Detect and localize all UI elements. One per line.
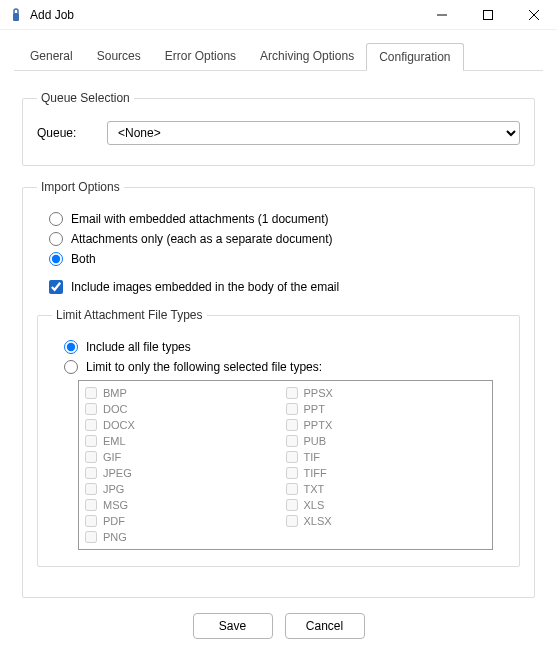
label-xlsx: XLSX: [304, 515, 332, 527]
cancel-button[interactable]: Cancel: [285, 613, 365, 639]
label-bmp: BMP: [103, 387, 127, 399]
import-options-group: Import Options Email with embedded attac…: [22, 180, 535, 598]
checkbox-gif[interactable]: [85, 451, 97, 463]
maximize-button[interactable]: [465, 0, 511, 30]
checkbox-jpg[interactable]: [85, 483, 97, 495]
queue-selection-group: Queue Selection Queue: <None>: [22, 91, 535, 166]
label-jpeg: JPEG: [103, 467, 132, 479]
checkbox-ppsx[interactable]: [286, 387, 298, 399]
limit-file-types-group: Limit Attachment File Types Include all …: [37, 308, 520, 567]
checkbox-pub[interactable]: [286, 435, 298, 447]
tab-configuration[interactable]: Configuration: [366, 43, 463, 71]
queue-select[interactable]: <None>: [107, 121, 520, 145]
checkbox-docx[interactable]: [85, 419, 97, 431]
footer: Save Cancel: [0, 613, 557, 639]
minimize-button[interactable]: [419, 0, 465, 30]
label-pdf: PDF: [103, 515, 125, 527]
radio-both-label: Both: [71, 252, 96, 266]
checkbox-doc[interactable]: [85, 403, 97, 415]
checkbox-pdf[interactable]: [85, 515, 97, 527]
label-png: PNG: [103, 531, 127, 543]
tab-bar: General Sources Error Options Archiving …: [14, 42, 543, 71]
label-gif: GIF: [103, 451, 121, 463]
window-title: Add Job: [30, 8, 74, 22]
label-tif: TIF: [304, 451, 321, 463]
queue-label: Queue:: [37, 126, 97, 140]
checkbox-eml[interactable]: [85, 435, 97, 447]
checkbox-xls[interactable]: [286, 499, 298, 511]
save-button[interactable]: Save: [193, 613, 273, 639]
radio-both[interactable]: [49, 252, 63, 266]
radio-email-embedded-label: Email with embedded attachments (1 docum…: [71, 212, 328, 226]
radio-attachments-only-label: Attachments only (each as a separate doc…: [71, 232, 332, 246]
label-docx: DOCX: [103, 419, 135, 431]
radio-email-embedded[interactable]: [49, 212, 63, 226]
label-pub: PUB: [304, 435, 327, 447]
checkbox-tiff[interactable]: [286, 467, 298, 479]
label-ppsx: PPSX: [304, 387, 333, 399]
checkbox-xlsx[interactable]: [286, 515, 298, 527]
label-xls: XLS: [304, 499, 325, 511]
app-icon: [8, 7, 24, 23]
checkbox-png[interactable]: [85, 531, 97, 543]
label-txt: TXT: [304, 483, 325, 495]
checkbox-jpeg[interactable]: [85, 467, 97, 479]
tab-archiving-options[interactable]: Archiving Options: [248, 43, 366, 71]
import-legend: Import Options: [37, 180, 124, 194]
checkbox-ppt[interactable]: [286, 403, 298, 415]
label-eml: EML: [103, 435, 126, 447]
label-pptx: PPTX: [304, 419, 333, 431]
checkbox-tif[interactable]: [286, 451, 298, 463]
checkbox-pptx[interactable]: [286, 419, 298, 431]
checkbox-include-images-label: Include images embedded in the body of t…: [71, 280, 339, 294]
svg-rect-2: [484, 10, 493, 19]
svg-rect-0: [13, 13, 19, 21]
label-msg: MSG: [103, 499, 128, 511]
radio-limit-selected[interactable]: [64, 360, 78, 374]
checkbox-txt[interactable]: [286, 483, 298, 495]
file-types-list: BMP DOC DOCX EML GIF JPEG JPG MSG PDF PN…: [78, 380, 493, 550]
tab-error-options[interactable]: Error Options: [153, 43, 248, 71]
radio-attachments-only[interactable]: [49, 232, 63, 246]
label-tiff: TIFF: [304, 467, 327, 479]
checkbox-bmp[interactable]: [85, 387, 97, 399]
radio-include-all-label: Include all file types: [86, 340, 191, 354]
label-jpg: JPG: [103, 483, 124, 495]
tab-sources[interactable]: Sources: [85, 43, 153, 71]
limit-legend: Limit Attachment File Types: [52, 308, 207, 322]
checkbox-msg[interactable]: [85, 499, 97, 511]
radio-include-all[interactable]: [64, 340, 78, 354]
queue-legend: Queue Selection: [37, 91, 134, 105]
label-doc: DOC: [103, 403, 127, 415]
checkbox-include-images[interactable]: [49, 280, 63, 294]
close-button[interactable]: [511, 0, 557, 30]
radio-limit-selected-label: Limit to only the following selected fil…: [86, 360, 322, 374]
tab-general[interactable]: General: [18, 43, 85, 71]
titlebar: Add Job: [0, 0, 557, 30]
content-area: Queue Selection Queue: <None> Import Opt…: [0, 71, 557, 622]
label-ppt: PPT: [304, 403, 325, 415]
